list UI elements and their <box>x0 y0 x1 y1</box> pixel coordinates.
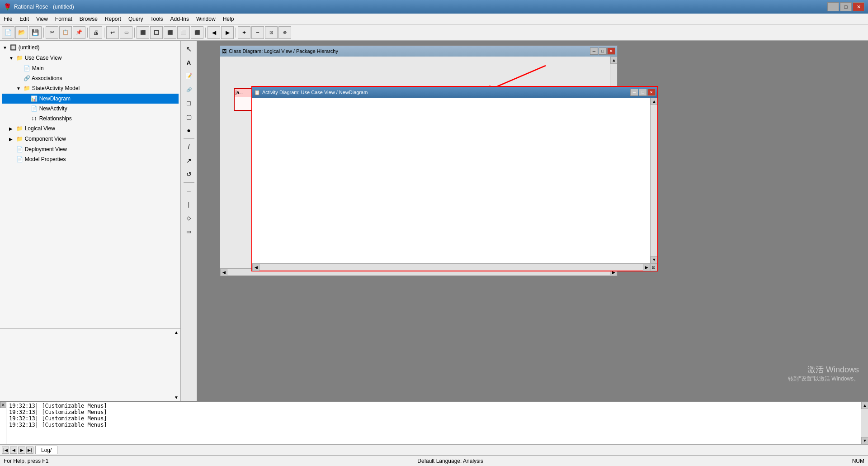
toolbar-btn1[interactable]: ⬛ <box>137 26 149 39</box>
tool-sep1 <box>184 138 194 139</box>
log-entry-2: 19:32:13| [Customizable Menus] <box>9 409 858 415</box>
log-nav-prev[interactable]: ◀ <box>10 447 17 454</box>
log-close-button[interactable]: ✕ <box>0 402 6 408</box>
diagram-area[interactable]: 🖼 Class Diagram: Logical View / Package … <box>197 41 868 401</box>
panel-scroll-up[interactable]: ▲ <box>174 330 179 335</box>
tool-diamond[interactable]: ◇ <box>183 212 195 224</box>
log-nav-last[interactable]: ▶| <box>26 447 33 454</box>
tree-new-diagram[interactable]: 📊 NewDiagram <box>2 94 179 104</box>
tree-associations[interactable]: 🔗 Associations <box>2 73 179 83</box>
menu-edit[interactable]: Edit <box>16 14 33 24</box>
toolbar-open[interactable]: 📂 <box>15 26 28 39</box>
class-diag-minimize[interactable]: ─ <box>590 48 598 55</box>
toolbar-back[interactable]: ◀ <box>208 26 220 39</box>
menu-tools[interactable]: Tools <box>147 14 167 24</box>
tree-deployment-view[interactable]: 📄 Deployment View <box>2 144 179 154</box>
menu-addins[interactable]: Add-Ins <box>167 14 193 24</box>
class-diagram-title-bar[interactable]: 🖼 Class Diagram: Logical View / Package … <box>220 46 617 57</box>
class-diag-maximize[interactable]: □ <box>599 48 607 55</box>
tool-rect[interactable]: ▭ <box>183 225 195 238</box>
tool-circle[interactable]: ● <box>183 124 195 137</box>
toolbar-sep1 <box>43 28 44 38</box>
toolbar-btn4[interactable]: ⬜ <box>177 26 190 39</box>
tree-use-case-view[interactable]: ▼ 📁 Use Case View <box>2 53 179 63</box>
log-nav-first[interactable]: |◀ <box>2 447 9 454</box>
tool-select[interactable]: ↖ <box>183 43 195 55</box>
activity-scroll-left[interactable]: ◀ <box>252 264 259 271</box>
log-tab[interactable]: Log/ <box>35 446 57 454</box>
activity-scroll-up[interactable]: ▲ <box>651 98 657 105</box>
menu-help[interactable]: Help <box>219 14 238 24</box>
tree-component-view[interactable]: ▶ 📁 Component View <box>2 134 179 144</box>
tool-line[interactable]: / <box>183 141 195 153</box>
toolbar-btn5[interactable]: ⬛ <box>191 26 203 39</box>
tool-text[interactable]: A <box>183 56 195 69</box>
tool-arrow[interactable]: ↗ <box>183 154 195 167</box>
toolbar-save[interactable]: 💾 <box>29 26 42 39</box>
toolbar-btn2[interactable]: 🔲 <box>150 26 163 39</box>
toolbar-zoom-in[interactable]: + <box>238 26 250 39</box>
toolbar-cut[interactable]: ✂ <box>46 26 58 39</box>
tool-anchor[interactable]: 🔗 <box>183 83 195 96</box>
panel-scroll-down[interactable]: ▼ <box>174 395 179 400</box>
log-scroll-down[interactable]: ▼ <box>861 437 868 444</box>
tree-logical-view[interactable]: ▶ 📁 Logical View <box>2 124 179 134</box>
status-numlock: NUM <box>852 458 864 464</box>
menu-window[interactable]: Window <box>193 14 219 24</box>
toolbar-fit[interactable]: ⊡ <box>265 26 278 39</box>
toolbar-undo[interactable]: ↩ <box>106 26 119 39</box>
tree-view[interactable]: ▼ 🔲 (untitled) ▼ 📁 Use Case View 📄 Main … <box>0 41 180 328</box>
activity-diagram-title-bar[interactable]: 📋 Activity Diagram: Use Case View / NewD… <box>252 87 657 98</box>
toolbar-zoom-out[interactable]: − <box>251 26 264 39</box>
activity-scroll-down[interactable]: ▼ <box>651 256 657 263</box>
menu-report[interactable]: Report <box>101 14 125 24</box>
tool-dash[interactable]: ─ <box>183 185 195 197</box>
toolbar-new[interactable]: 📄 <box>2 26 14 39</box>
log-scrollbar[interactable]: ▲ ▼ <box>861 402 868 444</box>
activity-diagram-bottom-bar: ◀ ▶ ⊡ <box>252 263 657 271</box>
log-nav-next[interactable]: ▶ <box>18 447 25 454</box>
log-scroll-up[interactable]: ▲ <box>861 402 868 409</box>
tool-note[interactable]: 📝 <box>183 70 195 82</box>
tree-model-properties[interactable]: 📄 Model Properties <box>2 154 179 164</box>
menu-view[interactable]: View <box>33 14 52 24</box>
tool-rounded-box[interactable]: ▢ <box>183 110 195 123</box>
toolbar-copy[interactable]: 📋 <box>59 26 72 39</box>
activity-scroll-track[interactable] <box>651 105 657 256</box>
tool-vert[interactable]: | <box>183 198 195 211</box>
log-scroll-track[interactable] <box>861 409 868 437</box>
cv-icon: 📁 <box>16 134 23 143</box>
toolbar-paste[interactable]: 📌 <box>73 26 85 39</box>
tree-new-activity[interactable]: 📄 NewActivity <box>2 104 179 114</box>
activity-diag-minimize[interactable]: ─ <box>630 89 638 96</box>
class-diag-close[interactable]: ✕ <box>607 48 615 55</box>
toolbar-print[interactable]: 🖨 <box>90 26 102 39</box>
activity-scroll-right[interactable]: ▶ <box>643 264 650 271</box>
menu-format[interactable]: Format <box>52 14 76 24</box>
activity-diag-close[interactable]: ✕ <box>647 89 656 96</box>
toolbar-btn3[interactable]: ⬛ <box>164 26 176 39</box>
main-label: Main <box>32 65 44 71</box>
tree-main[interactable]: 📄 Main <box>2 63 179 73</box>
activity-diagram-content[interactable] <box>252 98 650 263</box>
menu-query[interactable]: Query <box>125 14 147 24</box>
class-scroll-up[interactable]: ▲ <box>610 57 617 64</box>
menu-browse[interactable]: Browse <box>76 14 101 24</box>
class-scroll-left[interactable]: ◀ <box>220 269 227 276</box>
tree-relationships[interactable]: ↕↕ Relationships <box>2 114 179 124</box>
tool-box[interactable]: □ <box>183 97 195 109</box>
tree-root[interactable]: ▼ 🔲 (untitled) <box>2 43 179 53</box>
tree-state-activity[interactable]: ▼ 📁 State/Activity Model <box>2 83 179 94</box>
maximize-button[interactable]: □ <box>840 2 852 11</box>
log-msg-4: [Customizable Menus] <box>38 422 107 428</box>
toolbar-select[interactable]: ▭ <box>120 26 132 39</box>
minimize-button[interactable]: ─ <box>827 2 839 11</box>
activity-diagram-scrollbar-v[interactable]: ▲ ▼ <box>650 98 657 263</box>
activity-diag-maximize[interactable]: □ <box>639 89 647 96</box>
menu-file[interactable]: File <box>0 14 16 24</box>
close-button[interactable]: ✕ <box>853 2 864 11</box>
toolbar-forward[interactable]: ▶ <box>221 26 234 39</box>
toolbar-expand[interactable]: ⊕ <box>278 26 291 39</box>
tool-curved[interactable]: ↺ <box>183 168 195 181</box>
title-bar-controls[interactable]: ─ □ ✕ <box>827 2 864 11</box>
